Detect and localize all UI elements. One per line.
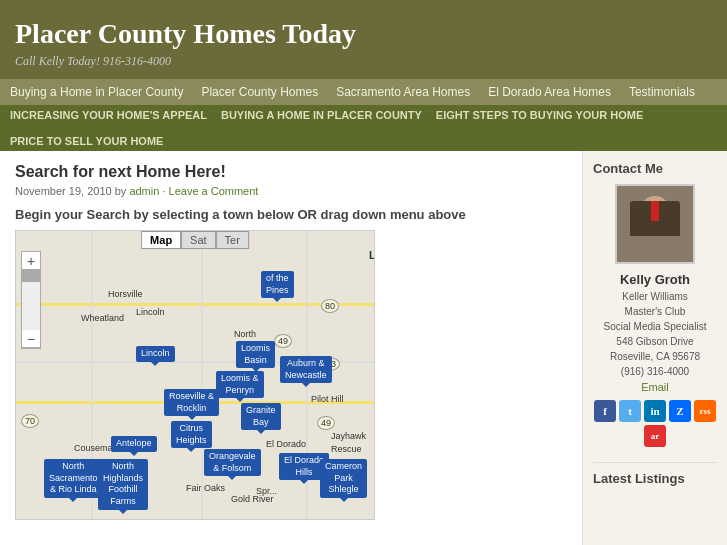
map-pin-pines[interactable]: of thePines bbox=[261, 271, 294, 298]
map-pin-north-highlands[interactable]: NorthHighlandsFoothillFarms bbox=[98, 459, 148, 510]
listings-section: Latest Listings bbox=[593, 471, 717, 486]
agent-avatar bbox=[615, 184, 695, 264]
map-pin-lincoln[interactable]: Lincoln bbox=[136, 346, 175, 362]
agent-specialty: Social Media Specialist bbox=[593, 319, 717, 334]
listings-title: Latest Listings bbox=[593, 471, 717, 486]
post-comment-link[interactable]: Leave a Comment bbox=[169, 185, 259, 197]
town-spr: Spr... bbox=[256, 486, 277, 496]
map-pin-citrus[interactable]: CitrusHeights bbox=[171, 421, 212, 448]
rss-icon[interactable]: rss bbox=[694, 400, 716, 422]
post-meta: November 19, 2010 by admin · Leave a Com… bbox=[15, 185, 567, 197]
nav-eldorado[interactable]: El Dorado Area Homes bbox=[488, 85, 611, 99]
agent-city: Roseville, CA 95678 bbox=[593, 349, 717, 364]
subnav-price[interactable]: PRICE TO SELL YOUR HOME bbox=[10, 135, 163, 147]
map-pin-orangevale[interactable]: Orangevale& Folsom bbox=[204, 449, 261, 476]
town-lincoln: Lincoln bbox=[136, 307, 165, 317]
town-wheatland: Wheatland bbox=[81, 313, 124, 323]
map-tab-map[interactable]: Map bbox=[141, 231, 181, 249]
subnav-appeal[interactable]: INCREASING YOUR HOME'S APPEAL bbox=[10, 109, 207, 121]
facebook-icon[interactable]: f bbox=[594, 400, 616, 422]
agent-phone: (916) 316-4000 bbox=[593, 364, 717, 379]
latest-blog-posts-label: Latest Blog Posts bbox=[369, 249, 375, 261]
zillow-icon[interactable]: Z bbox=[669, 400, 691, 422]
primary-nav: Buying a Home in Placer County Placer Co… bbox=[0, 79, 727, 105]
town-jayhawk: Jayhawk bbox=[331, 431, 366, 441]
map-pin-loomis-basin[interactable]: LoomisBasin bbox=[236, 341, 275, 368]
map-pin-granite-bay[interactable]: GraniteBay bbox=[241, 403, 281, 430]
town-pilothill: Pilot Hill bbox=[311, 394, 344, 404]
main-content: Search for next Home Here! November 19, … bbox=[0, 151, 582, 545]
avatar-tie bbox=[651, 201, 659, 221]
town-eldorado: El Dorado bbox=[266, 439, 306, 449]
site-tagline: Call Kelly Today! 916-316-4000 bbox=[15, 54, 712, 69]
agent-address: 548 Gibson Drive bbox=[593, 334, 717, 349]
site-title: Placer County Homes Today bbox=[15, 18, 712, 50]
agent-info: Kelly Groth Keller Williams Master's Clu… bbox=[593, 272, 717, 394]
agent-designation: Master's Club bbox=[593, 304, 717, 319]
map-intro-text: Begin your Search by selecting a town be… bbox=[15, 207, 567, 222]
map-pin-roseville[interactable]: Roseville &Rocklin bbox=[164, 389, 219, 416]
map-container[interactable]: + − Map Sat Ter 70 70 80 49 193 49 99 Ho… bbox=[15, 230, 375, 520]
contact-title: Contact Me bbox=[593, 161, 717, 176]
highway-label-49-bot: 49 bbox=[317, 416, 335, 430]
contact-section: Contact Me Kelly Groth Keller Williams M… bbox=[593, 161, 717, 447]
subnav-buying[interactable]: BUYING A HOME IN PLACER COUNTY bbox=[221, 109, 422, 121]
map-pin-antelope[interactable]: Antelope bbox=[111, 436, 157, 452]
nav-testimonials[interactable]: Testimonials bbox=[629, 85, 695, 99]
sidebar-divider bbox=[593, 462, 717, 463]
avatar-body bbox=[630, 201, 680, 236]
map-pin-north-sac[interactable]: NorthSacramento& Rio Linda bbox=[44, 459, 103, 498]
agent-email: Email bbox=[593, 379, 717, 394]
nav-placer[interactable]: Placer County Homes bbox=[201, 85, 318, 99]
twitter-icon[interactable]: t bbox=[619, 400, 641, 422]
town-fairoaks: Fair Oaks bbox=[186, 483, 225, 493]
agent-name: Kelly Groth bbox=[593, 272, 717, 287]
zoom-in-button[interactable]: + bbox=[22, 252, 40, 270]
zoom-out-button[interactable]: − bbox=[22, 330, 40, 348]
post-title: Search for next Home Here! bbox=[15, 163, 567, 181]
secondary-nav: INCREASING YOUR HOME'S APPEAL BUYING A H… bbox=[0, 105, 727, 151]
subnav-steps[interactable]: EIGHT STEPS TO BUYING YOUR HOME bbox=[436, 109, 643, 121]
avatar-container bbox=[593, 184, 717, 264]
map-tab-ter[interactable]: Ter bbox=[216, 231, 249, 249]
nav-sacramento[interactable]: Sacramento Area Homes bbox=[336, 85, 470, 99]
agent-company: Keller Williams bbox=[593, 289, 717, 304]
content-wrapper: Search for next Home Here! November 19, … bbox=[0, 151, 727, 545]
highway-label-70-bot: 70 bbox=[21, 414, 39, 428]
social-icons: f t in Z rss ar bbox=[593, 400, 717, 447]
agent-email-link[interactable]: Email bbox=[641, 381, 669, 393]
ar-icon[interactable]: ar bbox=[644, 425, 666, 447]
map-pin-auburn[interactable]: Auburn &Newcastle bbox=[280, 356, 332, 383]
map-pin-loomis-penryn[interactable]: Loomis &Penryn bbox=[216, 371, 264, 398]
post-author-link[interactable]: admin bbox=[129, 185, 159, 197]
linkedin-icon[interactable]: in bbox=[644, 400, 666, 422]
zoom-bar bbox=[22, 270, 40, 330]
map-tab-sat[interactable]: Sat bbox=[181, 231, 216, 249]
zoom-controls: + − bbox=[21, 251, 41, 349]
town-north: North bbox=[234, 329, 256, 339]
town-rescue: Rescue bbox=[331, 444, 362, 454]
road-v2 bbox=[201, 231, 203, 519]
sidebar: Contact Me Kelly Groth Keller Williams M… bbox=[582, 151, 727, 545]
map-tabs: Map Sat Ter bbox=[141, 231, 249, 249]
highway-label-49-top: 49 bbox=[274, 334, 292, 348]
nav-buying[interactable]: Buying a Home in Placer County bbox=[10, 85, 183, 99]
town-horsville: Horsville bbox=[108, 289, 143, 299]
map-pin-cameron-park[interactable]: CameronParkShlegle bbox=[320, 459, 367, 498]
highway-label-80: 80 bbox=[321, 299, 339, 313]
header: Placer County Homes Today Call Kelly Tod… bbox=[0, 0, 727, 79]
post-date: November 19, 2010 bbox=[15, 185, 112, 197]
